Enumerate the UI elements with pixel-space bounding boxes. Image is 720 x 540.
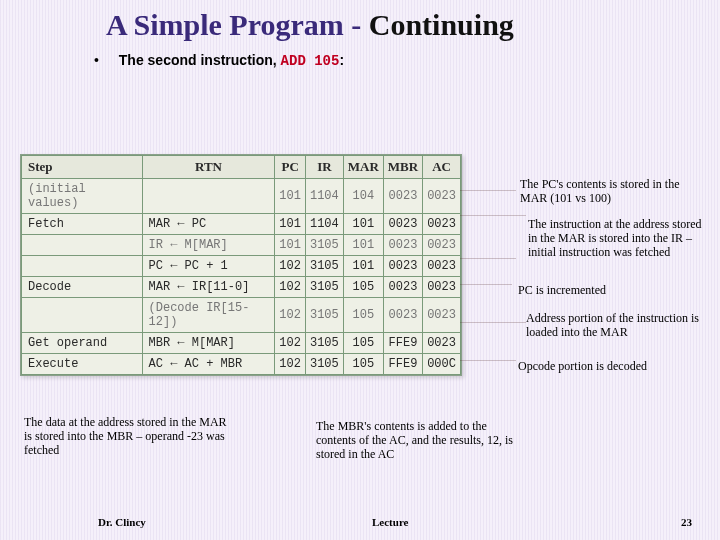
connector-line bbox=[460, 215, 526, 216]
anno-mbr-fetch: The data at the address stored in the MA… bbox=[24, 416, 234, 457]
anno-pc-mar: The PC's contents is stored in the MAR (… bbox=[520, 178, 700, 206]
th-mar: MAR bbox=[343, 156, 383, 179]
anno-decode: Opcode portion is decoded bbox=[518, 360, 708, 374]
anno-ir-fetch: The instruction at the address stored in… bbox=[528, 218, 708, 259]
table-row: ExecuteAC ← AC + MBR 1023105105FFE9000C bbox=[22, 354, 461, 375]
table-row: Get operandMBR ← M[MAR] 1023105105FFE900… bbox=[22, 333, 461, 354]
footer-author: Dr. Clincy bbox=[98, 516, 146, 528]
connector-line bbox=[460, 360, 516, 361]
table-row: DecodeMAR ← IR[11-0] 102310510500230023 bbox=[22, 277, 461, 298]
th-ac: AC bbox=[423, 156, 461, 179]
anno-pc-inc: PC is incremented bbox=[518, 284, 698, 298]
footer-lecture: Lecture bbox=[372, 516, 408, 528]
anno-addr-mar: Address portion of the instruction is lo… bbox=[526, 312, 714, 340]
th-pc: PC bbox=[275, 156, 306, 179]
th-rtn: RTN bbox=[142, 156, 275, 179]
table-row: PC ← PC + 1 102310510100230023 bbox=[22, 256, 461, 277]
title-pre: A Simple Program - bbox=[106, 8, 369, 41]
title-post: Continuing bbox=[369, 8, 514, 41]
th-ir: IR bbox=[305, 156, 343, 179]
trace-table: Step RTN PC IR MAR MBR AC (initial value… bbox=[20, 154, 462, 376]
th-step: Step bbox=[22, 156, 143, 179]
table-row: (Decode IR[15-12]) 102310510500230023 bbox=[22, 298, 461, 333]
connector-line bbox=[460, 258, 516, 259]
footer-page: 23 bbox=[681, 516, 692, 528]
sub-lead: The second instruction, bbox=[119, 52, 281, 68]
connector-line bbox=[460, 284, 512, 285]
th-mbr: MBR bbox=[383, 156, 422, 179]
subtitle: • The second instruction, ADD 105: bbox=[94, 52, 344, 69]
connector-line bbox=[460, 190, 516, 191]
anno-ac-result: The MBR's contents is added to the conte… bbox=[316, 420, 526, 461]
table-row: (initial values) 101110410400230023 bbox=[22, 179, 461, 214]
table-row: FetchMAR ← PC 101110410100230023 bbox=[22, 214, 461, 235]
slide-title: A Simple Program - Continuing bbox=[106, 8, 514, 42]
table-row: IR ← M[MAR] 101310510100230023 bbox=[22, 235, 461, 256]
bullet: • bbox=[94, 52, 99, 68]
sub-tail: : bbox=[339, 52, 344, 68]
sub-code: ADD 105 bbox=[281, 53, 340, 69]
connector-line bbox=[460, 322, 526, 323]
